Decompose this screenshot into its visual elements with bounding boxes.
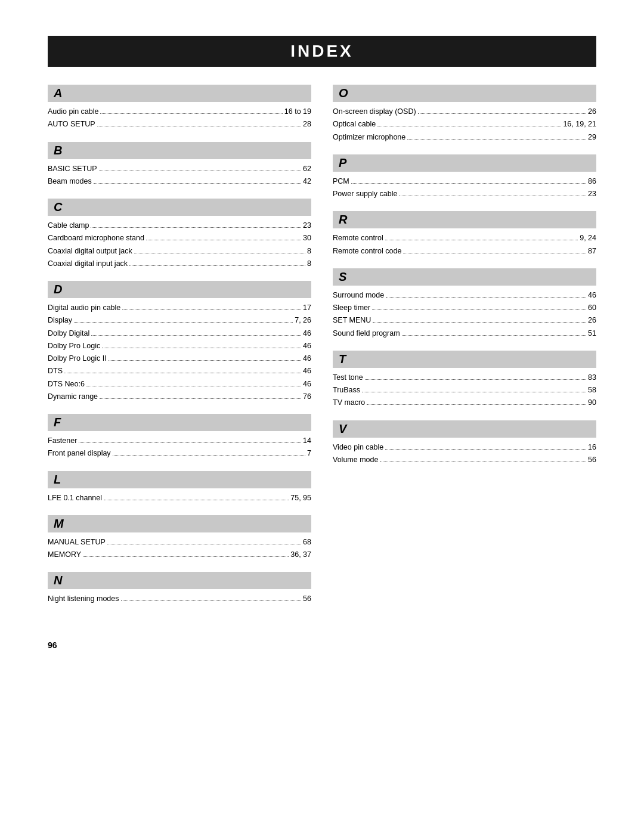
index-entry: Dolby Pro Logic46 (48, 340, 311, 352)
entry-label: TruBass (333, 384, 360, 397)
entry-page: 23 (303, 219, 311, 232)
entry-page: 90 (588, 397, 596, 409)
entry-label: SET MENU (333, 314, 371, 327)
entry-label: AUTO SETUP (48, 118, 95, 131)
entry-page: 51 (588, 327, 596, 340)
index-section-o: OOn-screen display (OSD)26Optical cable1… (333, 85, 596, 144)
section-header: S (333, 268, 596, 286)
index-section-m: MMANUAL SETUP68MEMORY36, 37 (48, 515, 311, 562)
entry-label: Coaxial digital input jack (48, 258, 128, 270)
entry-label: Volume mode (333, 454, 378, 466)
entry-dots (94, 183, 301, 184)
index-entry: BASIC SETUP62 (48, 163, 311, 175)
entry-label: Remote control code (333, 245, 401, 258)
entry-page: 46 (588, 289, 596, 302)
entry-label: Night listening modes (48, 593, 119, 605)
entry-dots (386, 297, 586, 298)
entry-page: 23 (588, 188, 596, 200)
entry-label: Front panel display (48, 447, 111, 460)
entry-page: 46 (303, 340, 311, 352)
entry-dots (100, 398, 301, 399)
page-title: INDEX (48, 36, 596, 67)
index-section-a: AAudio pin cable16 to 19AUTO SETUP28 (48, 85, 311, 131)
entry-label: BASIC SETUP (48, 163, 97, 175)
entry-label: DTS Neo:6 (48, 378, 85, 391)
index-entry: PCM86 (333, 175, 596, 188)
index-entry: Dynamic range76 (48, 391, 311, 403)
entry-dots (83, 556, 289, 557)
section-header: V (333, 420, 596, 438)
entry-label: MANUAL SETUP (48, 536, 106, 549)
entry-dots (377, 126, 561, 126)
section-header: D (48, 281, 311, 298)
entry-dots (351, 183, 586, 184)
entry-label: Cardboard microphone stand (48, 232, 144, 244)
entry-label: Digital audio pin cable (48, 302, 120, 314)
section-header: F (48, 414, 311, 431)
index-entry: Coaxial digital input jack8 (48, 258, 311, 270)
entry-label: Dolby Pro Logic (48, 340, 100, 352)
entry-label: Fastener (48, 435, 77, 447)
index-entry: Remote control code87 (333, 245, 596, 258)
entry-page: 16, 19, 21 (563, 118, 596, 131)
index-entry: Cardboard microphone stand30 (48, 232, 311, 244)
entry-page: 75, 95 (290, 492, 311, 504)
index-entry: Remote control9, 24 (333, 232, 596, 244)
index-entry: Coaxial digital output jack8 (48, 245, 311, 258)
entry-page: 16 (588, 441, 596, 454)
entry-page: 36, 37 (290, 549, 311, 561)
index-entry: Sound field program51 (333, 327, 596, 340)
index-entry: TruBass58 (333, 384, 596, 397)
index-section-s: SSurround mode46Sleep timer60SET MENU26S… (333, 268, 596, 340)
index-entry: Video pin cable16 (333, 441, 596, 454)
entry-dots (372, 309, 586, 310)
entry-dots (385, 240, 578, 240)
entry-label: PCM (333, 175, 349, 188)
index-section-b: BBASIC SETUP62Beam modes42 (48, 142, 311, 188)
entry-label: Display (48, 314, 72, 327)
entry-dots (365, 379, 586, 380)
entry-label: DTS (48, 365, 63, 377)
entry-dots (97, 126, 301, 126)
index-entry: TV macro90 (333, 397, 596, 409)
index-entry: DTS46 (48, 365, 311, 377)
section-header: N (48, 572, 311, 589)
entry-label: Audio pin cable (48, 106, 98, 118)
entry-label: MEMORY (48, 549, 81, 561)
entry-dots (121, 600, 302, 601)
entry-dots (86, 386, 301, 386)
entry-dots (107, 544, 301, 544)
entry-dots (122, 309, 301, 310)
index-entry: Cable clamp23 (48, 219, 311, 232)
section-header: C (48, 199, 311, 216)
section-header: L (48, 471, 311, 488)
entry-page: 46 (303, 327, 311, 340)
entry-label: Sound field program (333, 327, 400, 340)
entry-label: Cable clamp (48, 219, 89, 232)
entry-dots (146, 240, 301, 240)
entry-dots (403, 253, 586, 253)
entry-dots (91, 335, 301, 336)
entry-page: 8 (307, 258, 311, 270)
entry-dots (74, 322, 293, 323)
index-entry: Fastener14 (48, 435, 311, 447)
entry-dots (99, 171, 301, 171)
index-entry: Audio pin cable16 to 19 (48, 106, 311, 118)
entry-page: 8 (307, 245, 311, 258)
index-section-r: RRemote control9, 24Remote control code8… (333, 211, 596, 258)
entry-page: 30 (303, 232, 311, 244)
index-entry: Front panel display7 (48, 447, 311, 460)
index-entry: Optimizer microphone29 (333, 131, 596, 144)
index-section-c: CCable clamp23Cardboard microphone stand… (48, 199, 311, 270)
entry-label: LFE 0.1 channel (48, 492, 102, 504)
entry-page: 26 (588, 314, 596, 327)
index-entry: Volume mode56 (333, 454, 596, 466)
index-section-l: LLFE 0.1 channel75, 95 (48, 471, 311, 504)
entry-dots (407, 139, 586, 140)
index-entry: MANUAL SETUP68 (48, 536, 311, 549)
index-entry: Beam modes42 (48, 175, 311, 188)
entry-dots (113, 455, 305, 456)
index-entry: LFE 0.1 channel75, 95 (48, 492, 311, 504)
entry-page: 14 (303, 435, 311, 447)
entry-page: 76 (303, 391, 311, 403)
